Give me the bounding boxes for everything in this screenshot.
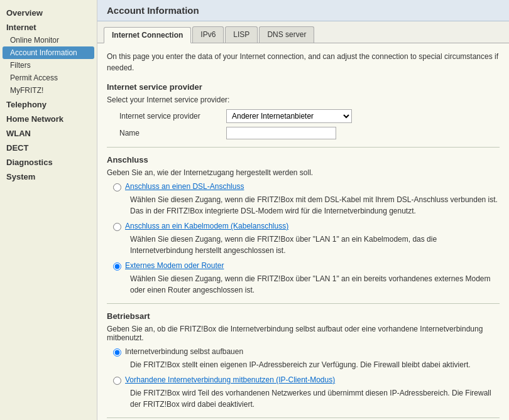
tab-ipv6[interactable]: IPv6 — [192, 26, 224, 43]
anschluss-radio-2[interactable] — [113, 223, 121, 231]
anschluss-label-2[interactable]: Anschluss an ein Kabelmodem (Kabelanschl… — [125, 222, 288, 230]
sidebar-item-permit-access[interactable]: Permit Access — [0, 72, 97, 84]
isp-select[interactable]: Anderer Internetanbieter — [226, 109, 352, 123]
betriebsart-radio-group: Internetverbindung selbst aufbauen Die F… — [107, 347, 500, 410]
anschluss-option-1: Anschluss an einen DSL-Anschluss — [107, 182, 500, 191]
sidebar-section-wlan[interactable]: WLAN — [0, 126, 97, 140]
anschluss-radio-group: Anschluss an einen DSL-Anschluss Wählen … — [107, 182, 500, 296]
anschluss-desc-3: Wählen Sie diesen Zugang, wenn die FRITZ… — [107, 273, 500, 296]
anschluss-radio-3[interactable] — [113, 262, 121, 271]
anschluss-desc: Geben Sie an, wie der Internetzugang her… — [107, 168, 500, 177]
isp-section-sub: Select your Internet service provider: — [107, 95, 500, 104]
anschluss-label-3[interactable]: Externes Modem oder Router — [125, 261, 224, 270]
betriebsart-desc: Geben Sie an, ob die FRITZ!Box die Inter… — [107, 325, 500, 342]
sidebar-item-account-information[interactable]: Account Information — [3, 46, 94, 59]
anschluss-label-1[interactable]: Anschluss an einen DSL-Anschluss — [125, 182, 244, 191]
anschluss-header: Anschluss — [107, 155, 500, 164]
tab-bar: Internet Connection IPv6 LISP DNS server — [97, 21, 509, 43]
betriebsart-desc-1: Die FRITZ!Box stellt einen eigenen IP-Ad… — [107, 359, 500, 370]
betriebsart-radio-2[interactable] — [113, 377, 121, 385]
betriebsart-desc-2: Die FRITZ!Box wird Teil des vorhandenen … — [107, 387, 500, 410]
divider-2 — [107, 303, 500, 304]
anschluss-desc-1: Wählen Sie diesen Zugang, wenn die FRITZ… — [107, 194, 500, 217]
sidebar-section-home-network[interactable]: Home Network — [0, 111, 97, 126]
betriebsart-option-2: Vorhandene Internetverbindung mitbenutze… — [107, 375, 500, 385]
sidebar-item-filters[interactable]: Filters — [0, 59, 97, 72]
intro-text: On this page you enter the data of your … — [107, 51, 500, 73]
sidebar-section-dect[interactable]: DECT — [0, 140, 97, 154]
name-input[interactable] — [226, 127, 336, 139]
sidebar-item-myfritz[interactable]: MyFRITZ! — [0, 84, 97, 97]
content-area: On this page you enter the data of your … — [97, 43, 509, 420]
isp-section-header: Internet service provider — [107, 82, 500, 92]
betriebsart-label-1: Internetverbindung selbst aufbauen — [125, 347, 243, 356]
betriebsart-header: Betriebsart — [107, 311, 500, 321]
divider-1 — [107, 147, 500, 148]
divider-3 — [107, 417, 500, 418]
sidebar-item-overview[interactable]: Overview — [0, 5, 97, 19]
isp-label: Internet service provider — [119, 112, 226, 121]
name-label: Name — [119, 129, 226, 137]
isp-select-wrapper: Anderer Internetanbieter — [226, 109, 352, 123]
anschluss-option-3: Externes Modem oder Router — [107, 261, 500, 271]
tab-lisp[interactable]: LISP — [225, 26, 258, 43]
betriebsart-option-1: Internetverbindung selbst aufbauen — [107, 347, 500, 357]
sidebar: Overview Internet Online Monitor Account… — [0, 0, 97, 420]
betriebsart-label-2[interactable]: Vorhandene Internetverbindung mitbenutze… — [125, 375, 335, 384]
sidebar-item-online-monitor[interactable]: Online Monitor — [0, 34, 97, 46]
anschluss-option-2: Anschluss an ein Kabelmodem (Kabelanschl… — [107, 222, 500, 231]
anschluss-desc-2: Wählen Sie diesen Zugang, wenn die FRITZ… — [107, 234, 500, 256]
betriebsart-radio-1[interactable] — [113, 348, 121, 357]
page-title: Account Information — [97, 0, 509, 21]
main-content: Account Information Internet Connection … — [97, 0, 509, 420]
tab-dns-server[interactable]: DNS server — [259, 26, 314, 43]
isp-row: Internet service provider Anderer Intern… — [107, 109, 500, 123]
tab-internet-connection[interactable]: Internet Connection — [104, 27, 191, 43]
sidebar-section-telephony[interactable]: Telephony — [0, 97, 97, 111]
sidebar-section-system[interactable]: System — [0, 169, 97, 183]
anschluss-radio-1[interactable] — [113, 183, 121, 191]
name-input-wrapper — [226, 127, 336, 139]
name-row: Name — [107, 127, 500, 139]
sidebar-section-diagnostics[interactable]: Diagnostics — [0, 154, 97, 169]
sidebar-section-internet: Internet — [0, 19, 97, 34]
